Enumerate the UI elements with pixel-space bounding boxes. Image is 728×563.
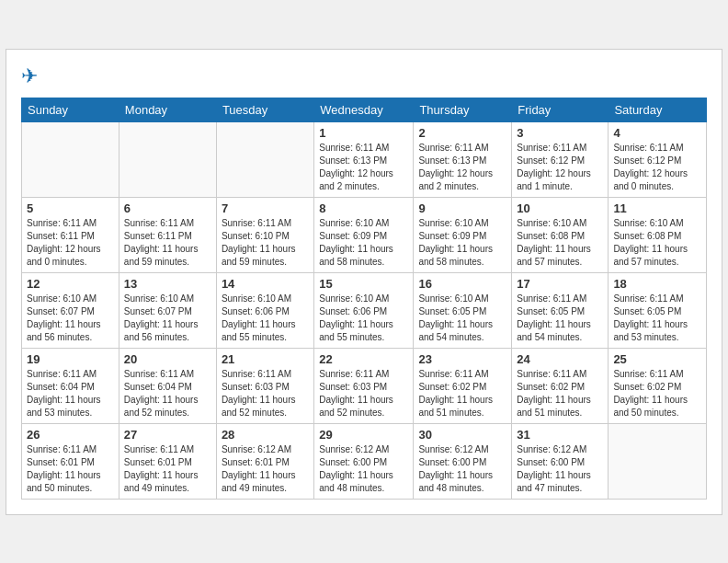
day-number: 27 [124,428,211,442]
day-cell: 23Sunrise: 6:11 AM Sunset: 6:02 PM Dayli… [414,348,512,423]
day-cell [609,423,707,499]
day-number: 2 [418,126,506,140]
day-cell: 16Sunrise: 6:10 AM Sunset: 6:05 PM Dayli… [414,272,512,348]
weekday-tuesday: Tuesday [216,98,313,121]
logo-icon: ✈ [21,64,38,88]
week-row-1: 1Sunrise: 6:11 AM Sunset: 6:13 PM Daylig… [22,121,707,197]
day-info: Sunrise: 6:10 AM Sunset: 6:07 PM Dayligh… [124,293,211,344]
weekday-monday: Monday [119,98,216,121]
day-info: Sunrise: 6:11 AM Sunset: 6:02 PM Dayligh… [418,368,506,419]
day-info: Sunrise: 6:11 AM Sunset: 6:01 PM Dayligh… [27,443,114,495]
day-cell: 19Sunrise: 6:11 AM Sunset: 6:04 PM Dayli… [22,348,119,423]
day-info: Sunrise: 6:11 AM Sunset: 6:05 PM Dayligh… [613,293,701,344]
day-number: 19 [27,352,114,366]
day-info: Sunrise: 6:11 AM Sunset: 6:11 PM Dayligh… [27,217,114,269]
calendar-table: SundayMondayTuesdayWednesdayThursdayFrid… [21,98,707,500]
day-number: 13 [124,277,211,291]
weekday-sunday: Sunday [22,98,119,121]
day-cell: 28Sunrise: 6:12 AM Sunset: 6:01 PM Dayli… [216,423,313,499]
day-cell: 17Sunrise: 6:11 AM Sunset: 6:05 PM Dayli… [512,272,609,348]
day-cell: 13Sunrise: 6:10 AM Sunset: 6:07 PM Dayli… [119,272,216,348]
day-info: Sunrise: 6:10 AM Sunset: 6:08 PM Dayligh… [613,217,701,269]
day-number: 14 [222,277,309,291]
day-info: Sunrise: 6:11 AM Sunset: 6:03 PM Dayligh… [222,368,309,419]
day-cell: 29Sunrise: 6:12 AM Sunset: 6:00 PM Dayli… [314,423,414,499]
header: ✈ [21,64,707,88]
day-number: 18 [613,277,701,291]
day-cell: 4Sunrise: 6:11 AM Sunset: 6:12 PM Daylig… [609,121,707,197]
day-number: 16 [418,277,506,291]
day-info: Sunrise: 6:10 AM Sunset: 6:06 PM Dayligh… [222,293,309,344]
day-info: Sunrise: 6:11 AM Sunset: 6:01 PM Dayligh… [124,443,211,495]
day-number: 12 [27,277,114,291]
day-info: Sunrise: 6:11 AM Sunset: 6:04 PM Dayligh… [27,368,114,419]
day-info: Sunrise: 6:10 AM Sunset: 6:08 PM Dayligh… [517,217,603,269]
day-info: Sunrise: 6:12 AM Sunset: 6:00 PM Dayligh… [319,443,408,495]
day-info: Sunrise: 6:10 AM Sunset: 6:09 PM Dayligh… [319,217,408,269]
day-cell: 8Sunrise: 6:10 AM Sunset: 6:09 PM Daylig… [314,197,414,272]
day-info: Sunrise: 6:11 AM Sunset: 6:04 PM Dayligh… [124,368,211,419]
day-cell: 3Sunrise: 6:11 AM Sunset: 6:12 PM Daylig… [512,121,609,197]
day-info: Sunrise: 6:12 AM Sunset: 6:00 PM Dayligh… [517,443,603,495]
day-info: Sunrise: 6:12 AM Sunset: 6:00 PM Dayligh… [418,443,506,495]
day-cell: 26Sunrise: 6:11 AM Sunset: 6:01 PM Dayli… [22,423,119,499]
day-cell: 20Sunrise: 6:11 AM Sunset: 6:04 PM Dayli… [119,348,216,423]
day-info: Sunrise: 6:11 AM Sunset: 6:03 PM Dayligh… [319,368,408,419]
day-cell: 5Sunrise: 6:11 AM Sunset: 6:11 PM Daylig… [22,197,119,272]
day-info: Sunrise: 6:11 AM Sunset: 6:02 PM Dayligh… [517,368,603,419]
day-number: 5 [27,201,114,215]
day-cell: 15Sunrise: 6:10 AM Sunset: 6:06 PM Dayli… [314,272,414,348]
weekday-thursday: Thursday [414,98,512,121]
day-cell: 6Sunrise: 6:11 AM Sunset: 6:11 PM Daylig… [119,197,216,272]
day-cell: 31Sunrise: 6:12 AM Sunset: 6:00 PM Dayli… [512,423,609,499]
day-info: Sunrise: 6:10 AM Sunset: 6:06 PM Dayligh… [319,293,408,344]
day-number: 25 [613,352,701,366]
day-number: 26 [27,428,114,442]
day-info: Sunrise: 6:11 AM Sunset: 6:11 PM Dayligh… [124,217,211,269]
day-number: 4 [613,126,701,140]
day-number: 6 [124,201,211,215]
day-cell [119,121,216,197]
day-number: 31 [517,428,603,442]
day-info: Sunrise: 6:11 AM Sunset: 6:10 PM Dayligh… [222,217,309,269]
weekday-header-row: SundayMondayTuesdayWednesdayThursdayFrid… [22,98,707,121]
day-number: 7 [222,201,309,215]
day-number: 21 [222,352,309,366]
day-info: Sunrise: 6:12 AM Sunset: 6:01 PM Dayligh… [222,443,309,495]
day-cell: 21Sunrise: 6:11 AM Sunset: 6:03 PM Dayli… [216,348,313,423]
weekday-saturday: Saturday [609,98,707,121]
day-cell: 10Sunrise: 6:10 AM Sunset: 6:08 PM Dayli… [512,197,609,272]
day-cell: 18Sunrise: 6:11 AM Sunset: 6:05 PM Dayli… [609,272,707,348]
day-number: 24 [517,352,603,366]
day-cell: 12Sunrise: 6:10 AM Sunset: 6:07 PM Dayli… [22,272,119,348]
day-number: 30 [418,428,506,442]
day-info: Sunrise: 6:11 AM Sunset: 6:12 PM Dayligh… [517,142,603,193]
logo: ✈ [21,64,40,88]
day-number: 22 [319,352,408,366]
day-info: Sunrise: 6:11 AM Sunset: 6:05 PM Dayligh… [517,293,603,344]
day-info: Sunrise: 6:11 AM Sunset: 6:02 PM Dayligh… [613,368,701,419]
day-cell: 30Sunrise: 6:12 AM Sunset: 6:00 PM Dayli… [414,423,512,499]
day-cell: 25Sunrise: 6:11 AM Sunset: 6:02 PM Dayli… [609,348,707,423]
day-cell [22,121,119,197]
day-number: 3 [517,126,603,140]
day-cell: 9Sunrise: 6:10 AM Sunset: 6:09 PM Daylig… [414,197,512,272]
day-info: Sunrise: 6:10 AM Sunset: 6:09 PM Dayligh… [418,217,506,269]
day-cell: 22Sunrise: 6:11 AM Sunset: 6:03 PM Dayli… [314,348,414,423]
day-number: 20 [124,352,211,366]
day-number: 11 [613,201,701,215]
day-number: 28 [222,428,309,442]
week-row-4: 19Sunrise: 6:11 AM Sunset: 6:04 PM Dayli… [22,348,707,423]
week-row-3: 12Sunrise: 6:10 AM Sunset: 6:07 PM Dayli… [22,272,707,348]
day-number: 9 [418,201,506,215]
day-cell [216,121,313,197]
day-number: 8 [319,201,408,215]
day-info: Sunrise: 6:10 AM Sunset: 6:05 PM Dayligh… [418,293,506,344]
day-number: 17 [517,277,603,291]
day-cell: 24Sunrise: 6:11 AM Sunset: 6:02 PM Dayli… [512,348,609,423]
day-cell: 27Sunrise: 6:11 AM Sunset: 6:01 PM Dayli… [119,423,216,499]
day-number: 29 [319,428,408,442]
weekday-wednesday: Wednesday [314,98,414,121]
week-row-2: 5Sunrise: 6:11 AM Sunset: 6:11 PM Daylig… [22,197,707,272]
day-cell: 1Sunrise: 6:11 AM Sunset: 6:13 PM Daylig… [314,121,414,197]
